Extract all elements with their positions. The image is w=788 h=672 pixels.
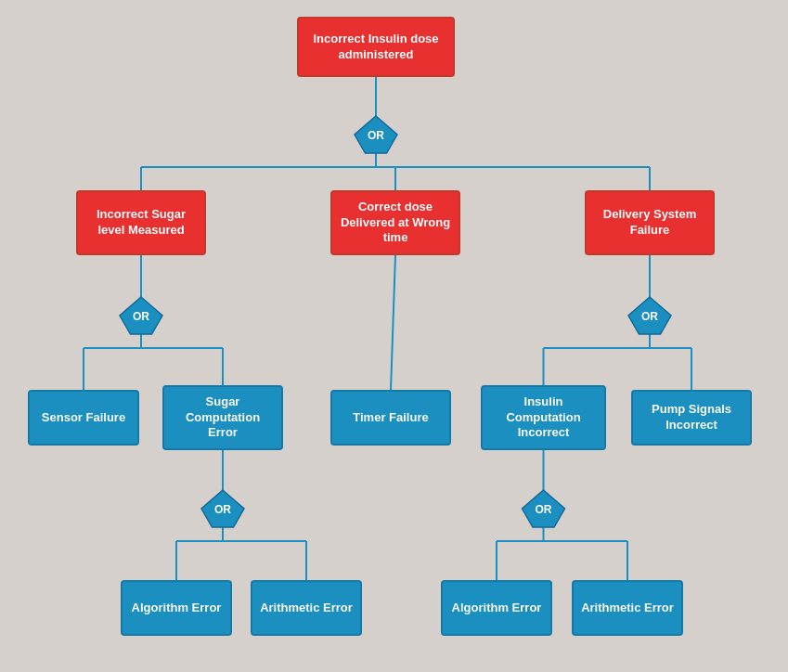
svg-text:OR: OR [641, 310, 658, 323]
node-n4: Sensor Failure [28, 390, 139, 446]
fault-tree-diagram: OROROROROR Incorrect Insulin dose admini… [0, 0, 788, 672]
svg-marker-29 [120, 297, 162, 334]
node-n9: Algorithm Error [121, 580, 232, 636]
svg-line-11 [391, 255, 395, 390]
node-n5: Sugar Computation Error [162, 385, 283, 450]
svg-text:OR: OR [133, 310, 149, 323]
node-n8: Pump Signals Incorrect [631, 390, 752, 446]
svg-text:OR: OR [536, 503, 552, 516]
svg-marker-27 [355, 116, 397, 153]
svg-marker-35 [523, 490, 565, 527]
node-root: Incorrect Insulin dose administered [297, 17, 455, 77]
node-n7: Insulin Computation Incorrect [481, 385, 606, 450]
svg-marker-31 [628, 297, 671, 334]
svg-marker-33 [201, 490, 244, 527]
node-n3: Delivery System Failure [585, 190, 715, 255]
node-n11: Algorithm Error [441, 580, 552, 636]
node-n1: Incorrect Sugar level Measured [76, 190, 206, 255]
node-n6: Timer Failure [330, 390, 451, 446]
svg-text:OR: OR [368, 129, 384, 142]
node-n10: Arithmetic Error [251, 580, 362, 636]
node-n12: Arithmetic Error [572, 580, 683, 636]
node-n2: Correct dose Delivered at Wrong time [330, 190, 460, 255]
svg-text:OR: OR [214, 503, 231, 516]
